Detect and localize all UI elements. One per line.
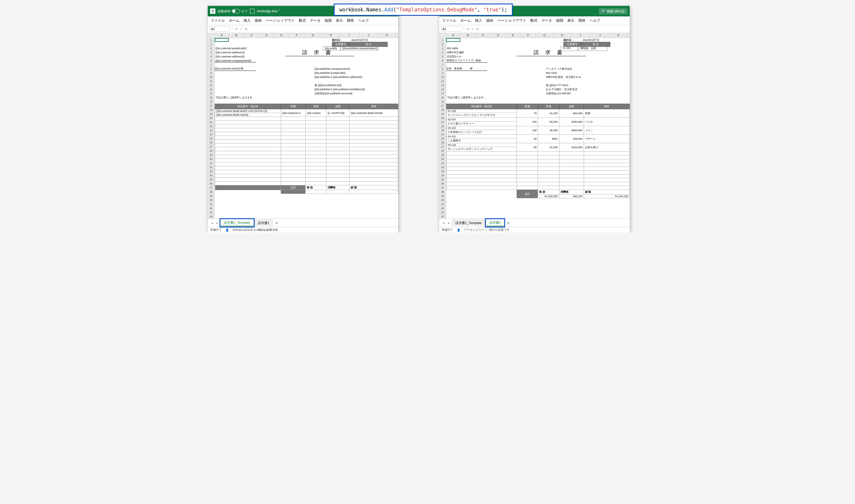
ribbon-tab-ヘルプ[interactable]: ヘルプ <box>358 18 369 23</box>
tab-nav-next[interactable]: ▸ <box>215 221 219 225</box>
col-header-D[interactable]: D <box>491 33 505 38</box>
row-header-11[interactable]: 11 <box>439 79 446 83</box>
row-header-19[interactable]: 19 <box>208 112 215 116</box>
row-header-14[interactable]: 14 <box>439 91 446 95</box>
table-row[interactable] <box>215 147 398 151</box>
table-row[interactable]: 04-10160¥800¥48,000デザート <box>447 135 630 139</box>
sheet-tab-請求書1[interactable]: 請求書1 <box>255 220 272 226</box>
row-header-43[interactable]: 43 <box>208 210 215 214</box>
row-header-42[interactable]: 42 <box>208 206 215 210</box>
tab-nav-prev[interactable]: ◂ <box>442 221 446 225</box>
save-icon[interactable] <box>250 9 255 14</box>
row-header-24[interactable]: 24 <box>439 132 446 137</box>
row-header-8[interactable]: 8 <box>208 67 215 71</box>
row-header-44[interactable]: 44 <box>208 214 215 218</box>
col-header-C[interactable]: C <box>244 33 259 38</box>
ribbon-tab-ファイル[interactable]: ファイル <box>442 18 456 23</box>
ribbon-tab-開発[interactable]: 開発 <box>578 18 585 23</box>
row-header-12[interactable]: 12 <box>208 83 215 87</box>
row-header-26[interactable]: 26 <box>439 141 446 145</box>
row-header-33[interactable]: 33 <box>208 169 215 173</box>
row-header-11[interactable]: 11 <box>208 79 215 83</box>
table-row[interactable] <box>215 151 398 155</box>
row-header-37[interactable]: 37 <box>208 186 215 190</box>
row-header-10[interactable]: 10 <box>439 75 446 79</box>
row-header-38[interactable]: 38 <box>208 190 215 194</box>
row-header-28[interactable]: 28 <box>439 149 446 153</box>
row-header-35[interactable]: 35 <box>439 178 446 182</box>
row-header-32[interactable]: 32 <box>439 165 446 169</box>
row-header-39[interactable]: 39 <box>439 194 446 198</box>
ribbon-tab-表示[interactable]: 表示 <box>336 18 343 23</box>
confirm-icon[interactable]: ✓ <box>239 27 244 31</box>
col-header-B[interactable]: B <box>229 33 244 38</box>
ribbon-tab-描画[interactable]: 描画 <box>486 18 493 23</box>
row-header-40[interactable]: 40 <box>439 198 446 202</box>
table-row[interactable] <box>215 155 398 159</box>
row-header-25[interactable]: 25 <box>439 137 446 141</box>
ribbon-tab-校閲[interactable]: 校閲 <box>556 18 563 23</box>
row-header-15[interactable]: 15 <box>208 95 215 100</box>
table-row[interactable] <box>447 182 630 186</box>
table-row[interactable] <box>447 167 630 171</box>
ribbon-tab-ページ レイアウト[interactable]: ページ レイアウト <box>497 18 526 23</box>
row-header-17[interactable]: 17 <box>439 104 446 108</box>
accessibility-icon[interactable]: 👤 <box>225 229 229 232</box>
row-header-1[interactable]: 1 <box>208 38 215 42</box>
ribbon-tab-数式[interactable]: 数式 <box>530 18 537 23</box>
table-row[interactable] <box>447 163 630 167</box>
row-header-42[interactable]: 42 <box>439 206 446 210</box>
table-row[interactable] <box>447 186 630 190</box>
row-header-29[interactable]: 29 <box>439 153 446 157</box>
col-header-J[interactable]: J <box>590 33 610 38</box>
row-header-36[interactable]: 36 <box>439 182 446 186</box>
col-header-B[interactable]: B <box>460 33 476 38</box>
row-header-25[interactable]: 25 <box>208 137 215 141</box>
ribbon-tab-開発[interactable]: 開発 <box>347 18 354 23</box>
table-row[interactable] <box>215 182 398 185</box>
sheet-tab-請求書1_Template[interactable]: 請求書1_Template <box>452 220 485 226</box>
row-header-10[interactable]: 10 <box>208 75 215 79</box>
table-row[interactable] <box>215 159 398 163</box>
table-row[interactable]: 03-120130¥5,000¥650,000メイン <box>447 126 630 130</box>
table-row[interactable] <box>447 171 630 175</box>
ribbon-tab-データ[interactable]: データ <box>541 18 552 23</box>
row-header-43[interactable]: 43 <box>439 210 446 214</box>
ribbon-tab-ホーム[interactable]: ホーム <box>460 18 471 23</box>
row-header-3[interactable]: 3 <box>439 46 446 50</box>
row-header-21[interactable]: 21 <box>208 120 215 124</box>
col-header-G[interactable]: G <box>536 33 553 38</box>
row-header-20[interactable]: 20 <box>439 116 446 120</box>
search-box[interactable]: 🔍 検索 (Alt+Q) <box>599 8 627 14</box>
col-header-I[interactable]: I <box>340 33 359 38</box>
autosave-toggle[interactable]: 自動保存 オフ <box>218 9 248 14</box>
table-row[interactable] <box>215 121 398 124</box>
row-header-9[interactable]: 9 <box>208 71 215 75</box>
ribbon-tab-ページ レイアウト[interactable]: ページ レイアウト <box>266 18 295 23</box>
col-header-E[interactable]: E <box>274 33 289 38</box>
table-row[interactable]: 01-10570¥1,200¥84,000前菜 <box>447 109 630 113</box>
fx-icon[interactable]: fx <box>476 27 480 31</box>
cancel-icon[interactable]: ✕ <box>234 27 238 31</box>
table-row[interactable]: {{ds.customer.detail.sku(R=A18:I19,FM=O}… <box>215 109 398 113</box>
row-header-27[interactable]: 27 <box>208 145 215 149</box>
col-header-F[interactable]: F <box>521 33 536 38</box>
col-header-D[interactable]: D <box>259 33 274 38</box>
row-header-32[interactable]: 32 <box>208 165 215 169</box>
row-header-20[interactable]: 20 <box>208 116 215 120</box>
row-header-4[interactable]: 4 <box>439 50 446 54</box>
ribbon-tab-ファイル[interactable]: ファイル <box>211 18 225 23</box>
row-header-41[interactable]: 41 <box>208 202 215 206</box>
table-row[interactable] <box>215 140 398 144</box>
table-row[interactable] <box>215 124 398 128</box>
name-box[interactable] <box>441 26 462 32</box>
table-row[interactable] <box>447 175 630 178</box>
ribbon-tab-ホーム[interactable]: ホーム <box>229 18 239 23</box>
row-header-7[interactable]: 7 <box>439 63 446 67</box>
col-header-G[interactable]: G <box>304 33 322 38</box>
name-box[interactable] <box>210 26 230 32</box>
ribbon-tab-挿入[interactable]: 挿入 <box>475 18 482 23</box>
row-header-16[interactable]: 16 <box>208 100 215 104</box>
ribbon-tab-数式[interactable]: 数式 <box>299 18 306 23</box>
row-header-21[interactable]: 21 <box>439 120 446 124</box>
